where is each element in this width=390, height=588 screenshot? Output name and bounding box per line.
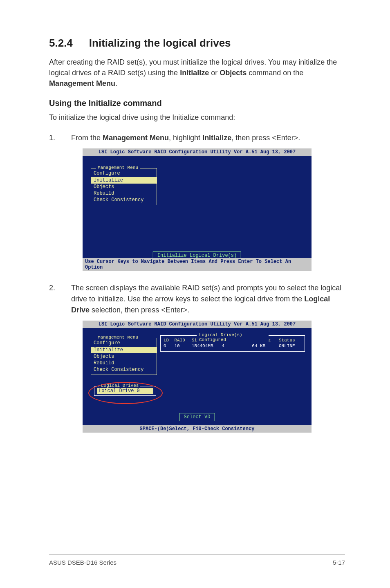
col-status: Status [278, 337, 302, 343]
menu-item-check-consistency[interactable]: Check Consistency [91, 366, 157, 373]
menu-item-objects[interactable]: Objects [91, 353, 157, 360]
step-text: , highlight [169, 134, 202, 142]
logical-drives-title: Logical Drives [99, 383, 140, 388]
section-number: 5.2.4 [49, 37, 73, 49]
table-row: 0 10 154494MB 4 64 KB ONLINE [163, 343, 302, 349]
logical-drive-item[interactable]: Loical Drive 0 [97, 388, 153, 394]
step-text: The screen displays the available RAID s… [71, 284, 341, 303]
menu-title: Management Menu [96, 335, 140, 340]
menu-item-configure[interactable]: Configure [91, 340, 157, 346]
bios-footer: SPACE-(De)Select, F10-Check Consistency [83, 425, 312, 433]
col-ld: LD [163, 337, 174, 343]
cell-stripsz: 64 KB [251, 343, 278, 349]
menu-item-initialize[interactable]: Initialize [91, 177, 157, 184]
cell-stripes: 4 [221, 343, 251, 349]
sub-intro: To initialize the logical drive using th… [49, 112, 345, 123]
bios-screenshot-2: LSI Logic Software RAID Configuration Ut… [83, 321, 312, 433]
bios-screenshot-1: LSI Logic Software RAID Configuration Ut… [83, 148, 312, 271]
footer-left: ASUS DSEB-D16 Series [49, 559, 117, 566]
cell-ld: 0 [163, 343, 174, 349]
intro-paragraph: After creating the RAID set(s), you must… [49, 57, 345, 89]
section-heading: 5.2.4 Initializing the logical drives [49, 37, 345, 49]
intro-text: . [115, 79, 117, 88]
intro-bold-initialize: Initialize [180, 69, 209, 77]
step-number: 2. [49, 283, 56, 316]
menu-item-rebuild[interactable]: Rebuild [91, 360, 157, 366]
management-menu: Management Menu Configure Initialize Obj… [91, 338, 157, 375]
menu-item-objects[interactable]: Objects [91, 184, 157, 190]
cell-status: ONLINE [278, 343, 302, 349]
intro-bold-objects: Objects [220, 69, 247, 77]
footer-right: 5-17 [333, 559, 345, 566]
step-bold: Initialize [202, 134, 231, 142]
page-footer: ASUS DSEB-D16 Series 5-17 [49, 554, 345, 566]
menu-item-configure[interactable]: Configure [91, 170, 157, 177]
step-number: 1. [49, 132, 56, 144]
logical-drives-list: Logical Drives Loical Drive 0 [94, 386, 156, 396]
step-1: 1. From the Management Menu, highlight I… [49, 132, 345, 144]
col-raid: RAID [174, 337, 191, 343]
management-menu: Management Menu Configure Initialize Obj… [91, 168, 157, 205]
step-text: selection, then press <Enter>. [90, 306, 189, 314]
menu-title: Management Menu [96, 165, 140, 170]
bios-header: LSI Logic Software RAID Configuration Ut… [83, 321, 312, 328]
ld-panel-title: Logical Drive(s) Configured [197, 332, 269, 342]
menu-item-rebuild[interactable]: Rebuild [91, 190, 157, 197]
menu-item-initialize[interactable]: Initialize [91, 347, 157, 353]
intro-text: or [209, 69, 220, 77]
step-text: , then press <Enter>. [231, 134, 300, 142]
action-label: Select VD [179, 413, 215, 421]
bios-footer: Use Cursor Keys to Navigate Between Item… [83, 258, 312, 271]
menu-item-check-consistency[interactable]: Check Consistency [91, 197, 157, 203]
intro-bold-mgmt-menu: Management Menu [49, 79, 115, 88]
cell-raid: 10 [174, 343, 191, 349]
cell-size: 154494MB [191, 343, 222, 349]
step-2: 2. The screen displays the available RAI… [49, 283, 345, 316]
bios-header: LSI Logic Software RAID Configuration Ut… [83, 148, 312, 156]
step-text: From the [71, 134, 103, 142]
section-title: Initializing the logical drives [89, 37, 231, 49]
step-bold: Management Menu [103, 134, 169, 142]
sub-heading: Using the Initialize command [49, 99, 345, 108]
logical-drive-panel: Logical Drive(s) Configured LD RAID Size… [160, 335, 305, 352]
intro-text: command on the [247, 69, 303, 77]
